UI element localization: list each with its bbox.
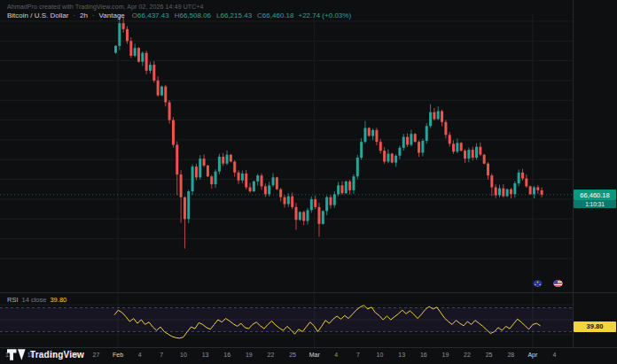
time-axis-label: 27 — [93, 352, 100, 358]
symbol-name[interactable]: Bitcoin / U.S. Dollar — [7, 12, 68, 19]
bar-countdown-label: 1:10:31 — [574, 200, 616, 208]
time-axis-label: 13 — [398, 352, 405, 358]
event-flag-icons[interactable] — [533, 277, 563, 287]
ohlc-values: O66,437.43H66,508.06L66,215.43C66,460.18 — [132, 12, 294, 19]
time-axis-label: 25 — [289, 352, 296, 358]
tradingview-chart-window: AhmadPro created with TradingView.com, A… — [0, 0, 617, 364]
time-axis-label: Mar — [309, 352, 320, 358]
time-axis[interactable]: 1518212427Feb47101316192225Mar4710131619… — [0, 350, 573, 364]
ohlc-token: O66,437.43 — [132, 12, 169, 19]
time-axis-label: 10 — [180, 352, 187, 358]
tradingview-logo-icon — [7, 349, 26, 360]
eu-flag-icon[interactable] — [533, 277, 543, 287]
time-axis-label: 13 — [202, 352, 209, 358]
ohlc-token: C66,460.18 — [257, 12, 293, 19]
time-axis-label: 7 — [160, 352, 163, 358]
last-price-label: 66,460.18 — [574, 190, 616, 200]
rsi-legend[interactable]: RSI 14 close 39.80 — [7, 296, 66, 304]
chart-canvas[interactable] — [0, 0, 617, 364]
exchange-label[interactable]: Vantage — [99, 12, 125, 19]
time-axis-label: Feb — [113, 352, 123, 358]
tradingview-logo-text: TradingView — [30, 350, 84, 360]
time-axis-label: 7 — [356, 352, 360, 358]
time-axis-label: Apr — [527, 352, 537, 358]
ohlc-token: L66,215.43 — [216, 12, 252, 19]
rsi-value-label: 39.80 — [574, 321, 616, 332]
rsi-params: 14 close — [22, 296, 47, 304]
interval-label[interactable]: 2h — [80, 12, 88, 19]
legend-separator: · — [73, 12, 75, 19]
rsi-axis[interactable]: 75.0050.0025.00 — [573, 0, 617, 347]
time-axis-label: 16 — [223, 352, 230, 358]
time-axis-label: 25 — [486, 352, 493, 358]
ohlc-token: H66,508.06 — [175, 12, 211, 19]
time-axis-label: 19 — [246, 352, 253, 358]
time-axis-label: 22 — [267, 352, 274, 358]
time-axis-label: 16 — [420, 352, 427, 358]
change-value: +22.74 (+0.03%) — [298, 12, 351, 19]
time-axis-label: 4 — [138, 352, 142, 358]
legend-separator: · — [92, 12, 95, 19]
time-axis-label: 22 — [464, 352, 471, 358]
time-axis-label: 10 — [377, 352, 384, 358]
us-flag-icon[interactable] — [553, 277, 563, 287]
watermark-text: AhmadPro created with TradingView.com, A… — [7, 4, 204, 10]
rsi-current-value: 39.80 — [50, 296, 66, 304]
time-axis-label: 19 — [441, 352, 449, 358]
time-axis-label: 4 — [334, 352, 338, 358]
time-axis-label: 4 — [553, 352, 557, 358]
tradingview-logo[interactable]: TradingView — [7, 349, 84, 360]
time-axis-label: 28 — [507, 352, 514, 358]
rsi-indicator-name[interactable]: RSI — [7, 296, 19, 304]
symbol-legend[interactable]: Bitcoin / U.S. Dollar · 2h · Vantage O66… — [7, 12, 351, 19]
